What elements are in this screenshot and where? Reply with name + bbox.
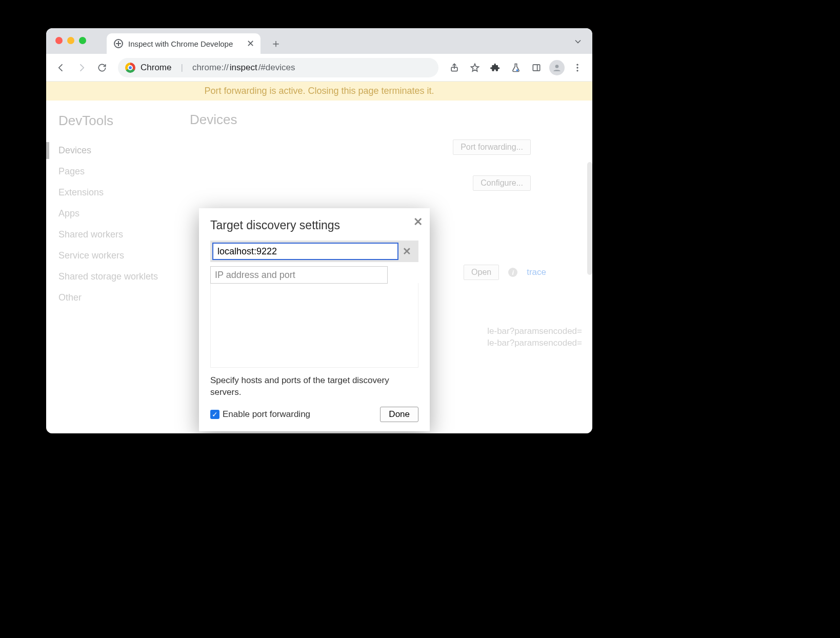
svg-point-1	[516, 69, 518, 71]
checkbox-checked-icon: ✓	[210, 410, 219, 419]
dialog-footer: ✓ Enable port forwarding Done	[210, 407, 418, 422]
maximize-window-icon[interactable]	[79, 37, 86, 44]
bookmark-icon[interactable]	[466, 59, 484, 76]
target-input[interactable]	[212, 243, 398, 260]
close-window-icon[interactable]	[55, 37, 63, 44]
target-list-spacer	[210, 283, 418, 368]
labs-icon[interactable]	[507, 59, 525, 76]
dialog-help-text: Specify hosts and ports of the target di…	[210, 375, 418, 398]
globe-icon	[114, 39, 123, 48]
address-bar[interactable]: Chrome | chrome://inspect/#devices	[118, 58, 438, 77]
svg-point-7	[576, 70, 578, 71]
target-input-empty[interactable]	[210, 266, 388, 284]
window-controls	[55, 37, 86, 44]
dialog-close-icon[interactable]: ✕	[413, 215, 423, 229]
dialog-title: Target discovery settings	[210, 218, 418, 232]
share-icon[interactable]	[446, 59, 463, 76]
target-row: ✕	[210, 241, 418, 262]
toolbar: Chrome | chrome://inspect/#devices	[46, 54, 592, 82]
tabs-menu-icon[interactable]	[573, 36, 583, 49]
tab-title: Inspect with Chrome Develope	[128, 39, 242, 48]
forward-button[interactable]	[73, 59, 90, 76]
svg-point-4	[555, 65, 559, 68]
chrome-icon	[125, 63, 135, 73]
side-panel-icon[interactable]	[528, 59, 545, 76]
close-tab-icon[interactable]: ✕	[247, 38, 254, 49]
svg-point-6	[576, 67, 578, 68]
back-button[interactable]	[52, 59, 70, 76]
svg-rect-2	[533, 65, 539, 71]
profile-avatar[interactable]	[548, 59, 566, 76]
remove-target-icon[interactable]: ✕	[398, 245, 415, 257]
target-discovery-dialog: ✕ Target discovery settings ✕ Specify ho…	[199, 208, 430, 431]
minimize-window-icon[interactable]	[67, 37, 74, 44]
browser-window: Inspect with Chrome Develope ✕ ＋ Chrome …	[46, 28, 592, 433]
page-body: DevTools Devices Pages Extensions Apps S…	[46, 101, 592, 433]
new-tab-button[interactable]: ＋	[268, 36, 284, 51]
done-button[interactable]: Done	[380, 407, 418, 422]
extensions-icon[interactable]	[487, 59, 504, 76]
browser-tab[interactable]: Inspect with Chrome Develope ✕	[107, 33, 261, 54]
checkbox-label: Enable port forwarding	[223, 409, 310, 420]
enable-port-forwarding-checkbox[interactable]: ✓ Enable port forwarding	[210, 409, 310, 420]
addr-url: chrome://inspect/#devices	[192, 63, 295, 73]
svg-point-5	[576, 64, 578, 65]
reload-button[interactable]	[93, 59, 111, 76]
addr-scheme-label: Chrome	[141, 63, 171, 73]
port-forwarding-banner: Port forwarding is active. Closing this …	[46, 82, 592, 101]
kebab-menu-icon[interactable]	[569, 59, 586, 76]
tab-bar: Inspect with Chrome Develope ✕ ＋	[46, 28, 592, 54]
